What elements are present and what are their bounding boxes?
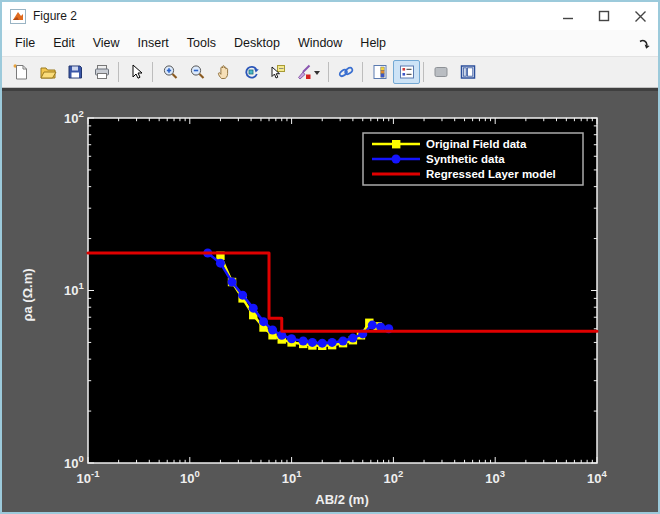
close-button[interactable] (622, 2, 658, 30)
x-tick-label: 101 (282, 468, 302, 486)
dock-figure-arrow-icon[interactable] (638, 37, 651, 50)
series-marker (339, 336, 348, 345)
show-plot-tools-button[interactable] (454, 60, 481, 84)
menu-file[interactable]: File (6, 32, 44, 54)
hide-plot-tools-button[interactable] (427, 60, 454, 84)
legend-label: Original Field data (426, 138, 527, 150)
zoom-in-button[interactable] (156, 60, 183, 84)
series-marker (238, 291, 247, 300)
menu-desktop[interactable]: Desktop (225, 32, 289, 54)
series-marker (268, 326, 277, 335)
print-button[interactable] (88, 60, 115, 84)
new-figure-button[interactable] (7, 60, 34, 84)
toolbar-separator (328, 62, 329, 82)
save-icon (66, 63, 84, 81)
y-tick-label: 102 (64, 108, 84, 126)
figure-window: Figure 2 File Edit View Insert Tools Des… (0, 0, 660, 514)
save-button[interactable] (61, 60, 88, 84)
pointer-icon (127, 63, 145, 81)
series-marker (287, 334, 296, 343)
toolbar-separator (423, 62, 424, 82)
series-marker (328, 338, 337, 347)
menu-tools[interactable]: Tools (178, 32, 225, 54)
menu-insert[interactable]: Insert (129, 32, 178, 54)
toolbar-separator (152, 62, 153, 82)
legend-marker-sample (392, 155, 401, 164)
window-title: Figure 2 (33, 9, 77, 23)
series-marker (228, 278, 237, 287)
open-button[interactable] (34, 60, 61, 84)
series-marker (249, 304, 258, 313)
insert-colorbar-icon (371, 63, 389, 81)
brush-button[interactable] (291, 60, 325, 84)
x-tick-label: 100 (180, 468, 200, 486)
y-tick-label: 101 (64, 280, 84, 298)
x-axis-label: AB/2 (m) (315, 492, 368, 507)
rotate-3d-button[interactable] (237, 60, 264, 84)
zoom-out-button[interactable] (183, 60, 210, 84)
menu-window[interactable]: Window (289, 32, 351, 54)
legend-marker-sample (392, 140, 400, 148)
maximize-button[interactable] (586, 2, 622, 30)
y-axis-label: ρa (Ω.m) (20, 268, 35, 321)
figure-canvas[interactable]: 10-1100101102103104100101102 AB/2 (m) ρa… (2, 88, 658, 512)
link-plot-icon (337, 63, 355, 81)
y-tick-label: 100 (64, 453, 84, 471)
menu-view[interactable]: View (84, 32, 129, 54)
series-marker (308, 338, 317, 347)
link-plot-button[interactable] (332, 60, 359, 84)
x-tick-label: 102 (384, 468, 404, 486)
show-plot-tools-icon (459, 63, 477, 81)
menu-help[interactable]: Help (351, 32, 395, 54)
brush-icon (295, 63, 321, 81)
legend-label: Regressed Layer model (426, 168, 556, 180)
series-marker (348, 334, 357, 343)
series-marker (318, 339, 327, 348)
zoom-out-icon (188, 63, 206, 81)
close-icon (634, 10, 647, 23)
menu-edit[interactable]: Edit (44, 32, 84, 54)
canvas-top-strip (2, 88, 658, 91)
x-tick-label: 10-1 (77, 468, 101, 486)
matlab-figure-icon (10, 9, 26, 24)
series-marker (259, 317, 268, 326)
new-figure-icon (12, 63, 30, 81)
insert-legend-button[interactable] (393, 60, 420, 84)
insert-colorbar-button[interactable] (366, 60, 393, 84)
legend[interactable]: Original Field data Synthetic data Regre… (363, 133, 583, 185)
insert-legend-icon (398, 63, 416, 81)
data-cursor-button[interactable] (264, 60, 291, 84)
series-marker (299, 336, 308, 345)
print-icon (93, 63, 111, 81)
series-marker (368, 321, 377, 330)
maximize-icon (598, 10, 610, 22)
legend-label: Synthetic data (426, 153, 505, 165)
toolbar-separator (362, 62, 363, 82)
open-folder-icon (39, 63, 57, 81)
data-cursor-icon (269, 63, 287, 81)
zoom-in-icon (161, 63, 179, 81)
rotate-3d-icon (242, 63, 260, 81)
toolbar (2, 56, 658, 88)
x-tick-label: 104 (587, 468, 607, 486)
pointer-tool-button[interactable] (122, 60, 149, 84)
x-tick-label: 103 (485, 468, 505, 486)
minimize-icon (562, 10, 574, 22)
minimize-button[interactable] (550, 2, 586, 30)
hide-plot-tools-icon (432, 63, 450, 81)
menu-bar: File Edit View Insert Tools Desktop Wind… (2, 30, 658, 56)
series-marker (216, 259, 225, 268)
pan-hand-icon (215, 63, 233, 81)
pan-button[interactable] (210, 60, 237, 84)
toolbar-separator (118, 62, 119, 82)
title-bar: Figure 2 (2, 2, 658, 30)
